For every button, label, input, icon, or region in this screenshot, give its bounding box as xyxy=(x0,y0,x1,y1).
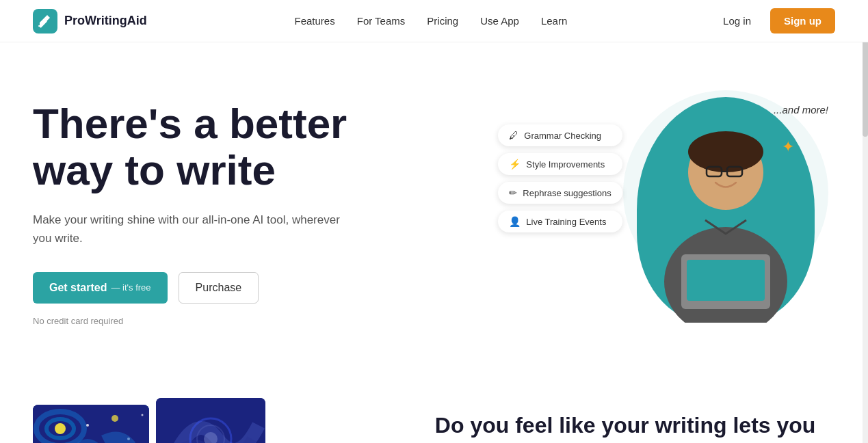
hero-illustration: ...and more! ✦ 🖊 Grammar Checking ⚡ Styl… xyxy=(498,83,835,343)
grammar-icon: 🖊 xyxy=(509,130,518,141)
and-more-text: ...and more! xyxy=(774,104,828,116)
scrollbar[interactable] xyxy=(863,0,868,443)
nav-pricing[interactable]: Pricing xyxy=(427,15,458,27)
logo-icon xyxy=(33,9,57,33)
hero-subtitle: Make your writing shine with our all-in-… xyxy=(33,211,361,247)
section2: My idea in my head Do you feel like your… xyxy=(0,371,868,443)
hero-title: There's a better way to write xyxy=(33,100,474,193)
logo-link[interactable]: ProWritingAid xyxy=(33,9,147,33)
style-icon: ⚡ xyxy=(509,159,521,170)
artwork-stack: My idea in my head xyxy=(33,398,265,443)
nav-actions: Log in Sign up xyxy=(715,8,835,33)
hero-left: There's a better way to write Make your … xyxy=(33,100,474,326)
purchase-button[interactable]: Purchase xyxy=(179,272,259,304)
navbar: ProWritingAid Features For Teams Pricing… xyxy=(0,0,868,42)
pill-rephrase: ✏ Rephrase suggestions xyxy=(498,182,622,204)
svg-rect-1 xyxy=(38,25,42,27)
pill-style: ⚡ Style Improvements xyxy=(498,153,622,175)
login-button[interactable]: Log in xyxy=(715,10,759,32)
get-started-button[interactable]: Get started — it's free xyxy=(33,272,168,304)
section2-right: Do you feel like your writing lets you d… xyxy=(435,412,835,443)
svg-point-18 xyxy=(142,414,144,416)
hero-cta: Get started — it's free Purchase xyxy=(33,272,474,304)
svg-point-14 xyxy=(55,423,66,434)
artwork2-image: My idea in my head xyxy=(156,398,265,443)
training-icon: 👤 xyxy=(509,216,521,227)
signup-button[interactable]: Sign up xyxy=(770,8,835,33)
svg-point-16 xyxy=(86,424,89,427)
person-image xyxy=(640,90,811,336)
logo-text: ProWritingAid xyxy=(64,14,147,28)
svg-point-15 xyxy=(111,415,118,422)
rephrase-icon: ✏ xyxy=(509,187,517,198)
hero-section: There's a better way to write Make your … xyxy=(0,42,868,371)
nav-use-app[interactable]: Use App xyxy=(480,15,519,27)
nav-learn[interactable]: Learn xyxy=(541,15,567,27)
nav-for-teams[interactable]: For Teams xyxy=(357,15,406,27)
svg-point-5 xyxy=(688,131,763,172)
svg-rect-10 xyxy=(687,260,765,301)
pill-grammar: 🖊 Grammar Checking xyxy=(498,124,622,146)
starry-night-image xyxy=(33,405,149,443)
section2-artwork: My idea in my head xyxy=(33,398,394,443)
sparkle-icon: ✦ xyxy=(782,138,794,156)
no-credit-card-text: No credit card required xyxy=(33,316,474,326)
section2-title: Do you feel like your writing lets you d… xyxy=(435,412,835,443)
nav-features[interactable]: Features xyxy=(295,15,335,27)
artwork-back xyxy=(33,405,149,443)
feature-pills: 🖊 Grammar Checking ⚡ Style Improvements … xyxy=(498,124,622,232)
artwork-front: My idea in my head xyxy=(156,398,265,443)
pill-training: 👤 Live Training Events xyxy=(498,211,622,232)
nav-links: Features For Teams Pricing Use App Learn xyxy=(295,15,568,27)
